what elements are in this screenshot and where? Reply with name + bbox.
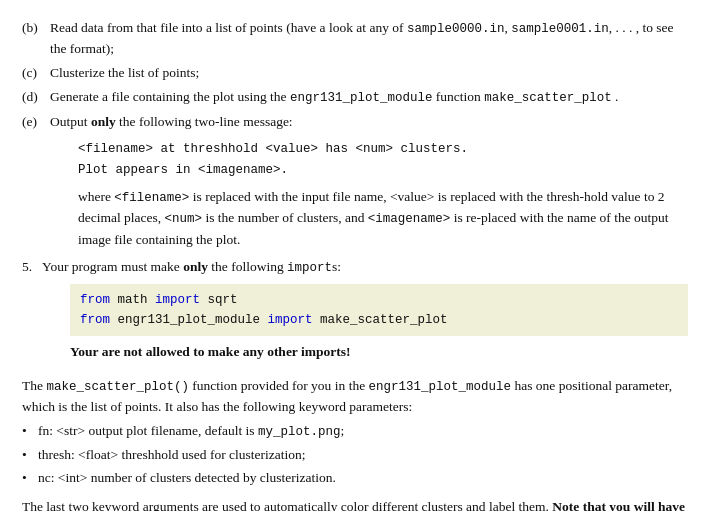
code-output: <filename> at threshhold <value> has <nu… bbox=[78, 139, 688, 182]
item-content-5: Your program must make only the followin… bbox=[42, 257, 688, 368]
numbered-item-5: 5. Your program must make only the follo… bbox=[22, 257, 688, 368]
bullet-sym-1: • bbox=[22, 421, 38, 442]
code-module: engr131_plot_module bbox=[110, 313, 268, 327]
code-my-plot: my_plot.png bbox=[258, 425, 341, 439]
note-bold: Note that you will have to download engr… bbox=[22, 499, 685, 512]
kw-from-1: from bbox=[80, 293, 110, 307]
code-sample0000: sample0000.in bbox=[407, 22, 505, 36]
code-plot-module: engr131_plot_module bbox=[290, 91, 433, 105]
description-p1: The make_scatter_plot() function provide… bbox=[22, 376, 688, 418]
output-line-2: Plot appears in <imagename>. bbox=[78, 163, 288, 177]
code-sample0001: sample0001.in bbox=[511, 22, 609, 36]
item-content-d: Generate a file containing the plot usin… bbox=[50, 87, 688, 108]
bullet-thresh: • thresh: <float> threshhold used for cl… bbox=[22, 445, 688, 466]
list-item-c: (c) Clusterize the list of points; bbox=[22, 63, 688, 84]
code-imagename-ref: <imagename> bbox=[368, 212, 451, 226]
bullet-fn: • fn: <str> output plot filename, defaul… bbox=[22, 421, 688, 442]
code-make-scatter-2: make_scatter_plot bbox=[313, 313, 448, 327]
bullet-fn-text: fn: <str> output plot filename, default … bbox=[38, 421, 344, 442]
description-p2: The last two keyword arguments are used … bbox=[22, 497, 688, 512]
code-import-word: import bbox=[287, 261, 332, 275]
where-clause: where <filename> is replaced with the in… bbox=[78, 187, 688, 251]
warning-text: Your are not allowed to make any other i… bbox=[70, 342, 688, 363]
code-math: math bbox=[110, 293, 155, 307]
item-label-c: (c) bbox=[22, 63, 50, 84]
bullet-thresh-text: thresh: <float> threshhold used for clus… bbox=[38, 445, 306, 466]
bullet-sym-2: • bbox=[22, 445, 38, 466]
code-module-ref: engr131_plot_module bbox=[369, 380, 512, 394]
bullet-nc-text: nc: <int> number of clusters detected by… bbox=[38, 468, 336, 489]
item-content-b: Read data from that file into a list of … bbox=[50, 18, 688, 60]
output-line-1: <filename> at threshhold <value> has <nu… bbox=[78, 142, 468, 156]
item-label-5: 5. bbox=[22, 257, 42, 368]
item-content-c: Clusterize the list of points; bbox=[50, 63, 688, 84]
item-label-b: (b) bbox=[22, 18, 50, 60]
kw-from-2: from bbox=[80, 313, 110, 327]
bullet-sym-3: • bbox=[22, 468, 38, 489]
item-content-e: Output only the following two-line messa… bbox=[50, 112, 688, 251]
kw-import-1: import bbox=[155, 293, 200, 307]
kw-import-2: import bbox=[268, 313, 313, 327]
code-make-scatter: make_scatter_plot bbox=[484, 91, 612, 105]
code-num-ref: <num> bbox=[165, 212, 203, 226]
list-item-e: (e) Output only the following two-line m… bbox=[22, 112, 688, 251]
code-sqrt: sqrt bbox=[200, 293, 238, 307]
only-bold-2: only bbox=[183, 259, 208, 274]
list-item-b: (b) Read data from that file into a list… bbox=[22, 18, 688, 60]
only-bold: only bbox=[91, 114, 116, 129]
bullet-nc: • nc: <int> number of clusters detected … bbox=[22, 468, 688, 489]
bullet-list: • fn: <str> output plot filename, defaul… bbox=[22, 421, 688, 488]
code-filename-ref: <filename> bbox=[114, 191, 189, 205]
code-imports-block: from math import sqrt from engr131_plot_… bbox=[70, 284, 688, 336]
item-label-d: (d) bbox=[22, 87, 50, 108]
code-make-scatter-call: make_scatter_plot() bbox=[46, 380, 189, 394]
list-item-d: (d) Generate a file containing the plot … bbox=[22, 87, 688, 108]
item-label-e: (e) bbox=[22, 112, 50, 251]
